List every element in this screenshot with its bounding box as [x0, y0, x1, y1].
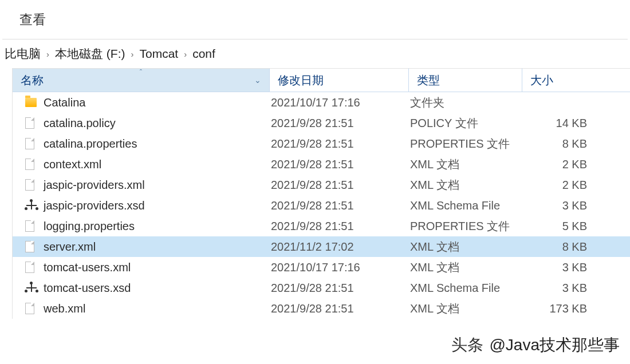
file-icon: [25, 241, 34, 252]
file-name: Catalina: [44, 96, 271, 109]
file-type: XML 文档: [410, 177, 523, 193]
column-label: 修改日期: [278, 73, 324, 88]
column-label: 大小: [530, 73, 553, 88]
file-name: catalina.properties: [44, 137, 271, 151]
watermark-author: @Java技术那些事: [489, 334, 620, 356]
file-name: catalina.policy: [44, 117, 271, 130]
file-row[interactable]: tomcat-users.xsd2021/9/28 21:51XML Schem…: [13, 278, 630, 298]
file-type: XML 文档: [410, 260, 523, 275]
file-row[interactable]: catalina.policy2021/9/28 21:51POLICY 文件1…: [13, 113, 630, 133]
folder-icon: [25, 98, 37, 107]
file-size: 3 KB: [523, 261, 601, 274]
sort-ascending-icon: ˆ: [140, 69, 142, 77]
file-type: XML 文档: [410, 301, 523, 316]
column-header-name[interactable]: ˆ 名称 ⌄: [13, 68, 270, 92]
file-row[interactable]: jaspic-providers.xml2021/9/28 21:51XML 文…: [13, 175, 630, 195]
file-size: 3 KB: [523, 199, 601, 212]
column-header-date[interactable]: 修改日期: [270, 68, 409, 92]
toolbar-view-tab[interactable]: 查看: [19, 11, 46, 29]
file-row[interactable]: jaspic-providers.xsd2021/9/28 21:51XML S…: [13, 195, 630, 216]
file-size: 8 KB: [523, 137, 601, 151]
file-row[interactable]: tomcat-users.xml2021/10/17 17:16XML 文档3 …: [13, 257, 630, 278]
file-main: ˆ 名称 ⌄ 修改日期 类型 大小 Catalina2021/10/17 17:…: [13, 68, 630, 319]
file-row[interactable]: catalina.properties2021/9/28 21:51PROPER…: [13, 133, 630, 154]
file-row[interactable]: Catalina2021/10/17 17:16文件夹: [13, 92, 630, 113]
file-icon: [25, 159, 34, 170]
file-date: 2021/9/28 21:51: [271, 117, 410, 130]
file-size: 14 KB: [523, 117, 601, 130]
file-size: 173 KB: [523, 302, 601, 315]
file-name: context.xml: [44, 158, 271, 171]
file-type: PROPERTIES 文件: [410, 136, 523, 152]
watermark: 头条 @Java技术那些事: [451, 334, 620, 356]
chevron-right-icon: ›: [46, 49, 49, 59]
file-icon: [25, 303, 34, 314]
file-list-area: ˆ 名称 ⌄ 修改日期 类型 大小 Catalina2021/10/17 17:…: [0, 68, 630, 319]
file-size: 5 KB: [523, 220, 601, 233]
column-headers: ˆ 名称 ⌄ 修改日期 类型 大小: [13, 68, 630, 92]
file-type: POLICY 文件: [410, 116, 523, 131]
file-date: 2021/11/2 17:02: [271, 240, 410, 254]
file-row[interactable]: server.xml2021/11/2 17:02XML 文档8 KB: [13, 236, 630, 257]
file-icon: [25, 138, 34, 149]
file-icon: [25, 179, 34, 191]
file-size: 2 KB: [523, 158, 601, 171]
file-icon: [25, 262, 34, 273]
file-date: 2021/10/17 17:16: [271, 96, 410, 109]
file-size: 8 KB: [523, 240, 601, 254]
file-row[interactable]: logging.properties2021/9/28 21:51PROPERT…: [13, 216, 630, 236]
file-date: 2021/9/28 21:51: [271, 220, 410, 233]
file-type: PROPERTIES 文件: [410, 219, 523, 234]
file-size: 3 KB: [523, 282, 601, 295]
watermark-prefix: 头条: [451, 334, 483, 356]
file-rows: Catalina2021/10/17 17:16文件夹catalina.poli…: [13, 92, 630, 319]
file-type: XML Schema File: [410, 282, 523, 295]
column-label: 类型: [417, 73, 440, 88]
file-name: jaspic-providers.xml: [44, 179, 271, 192]
file-date: 2021/9/28 21:51: [271, 302, 410, 315]
chevron-down-icon[interactable]: ⌄: [254, 76, 261, 85]
file-type: 文件夹: [410, 95, 523, 110]
file-date: 2021/10/17 17:16: [271, 261, 410, 274]
file-name: tomcat-users.xsd: [44, 282, 271, 295]
column-label: 名称: [21, 73, 44, 88]
breadcrumb[interactable]: 比电脑 › 本地磁盘 (F:) › Tomcat › conf: [0, 39, 630, 68]
file-date: 2021/9/28 21:51: [271, 179, 410, 192]
file-date: 2021/9/28 21:51: [271, 282, 410, 295]
file-date: 2021/9/28 21:51: [271, 199, 410, 212]
file-type: XML Schema File: [410, 199, 523, 212]
xsd-schema-icon: [25, 200, 38, 211]
file-icon: [25, 117, 34, 129]
file-date: 2021/9/28 21:51: [271, 137, 410, 151]
column-header-size[interactable]: 大小: [522, 68, 630, 92]
left-gutter: [0, 68, 13, 319]
breadcrumb-root[interactable]: 比电脑: [5, 46, 41, 62]
file-date: 2021/9/28 21:51: [271, 158, 410, 171]
chevron-right-icon: ›: [131, 49, 133, 59]
chevron-right-icon: ›: [184, 49, 187, 59]
file-icon: [25, 220, 34, 232]
breadcrumb-drive[interactable]: 本地磁盘 (F:): [55, 46, 125, 62]
file-size: 2 KB: [523, 179, 601, 192]
file-row[interactable]: context.xml2021/9/28 21:51XML 文档2 KB: [13, 154, 630, 175]
file-type: XML 文档: [410, 157, 523, 172]
file-name: web.xml: [44, 302, 271, 315]
breadcrumb-folder[interactable]: conf: [192, 47, 215, 61]
column-header-type[interactable]: 类型: [409, 68, 522, 92]
toolbar: 查看: [0, 0, 630, 39]
file-row[interactable]: web.xml2021/9/28 21:51XML 文档173 KB: [13, 298, 630, 319]
file-name: tomcat-users.xml: [44, 261, 271, 274]
file-name: jaspic-providers.xsd: [44, 199, 271, 212]
xsd-schema-icon: [25, 283, 38, 293]
file-name: logging.properties: [44, 220, 271, 233]
file-type: XML 文档: [410, 239, 523, 255]
file-name: server.xml: [44, 240, 271, 254]
breadcrumb-folder[interactable]: Tomcat: [139, 47, 178, 61]
